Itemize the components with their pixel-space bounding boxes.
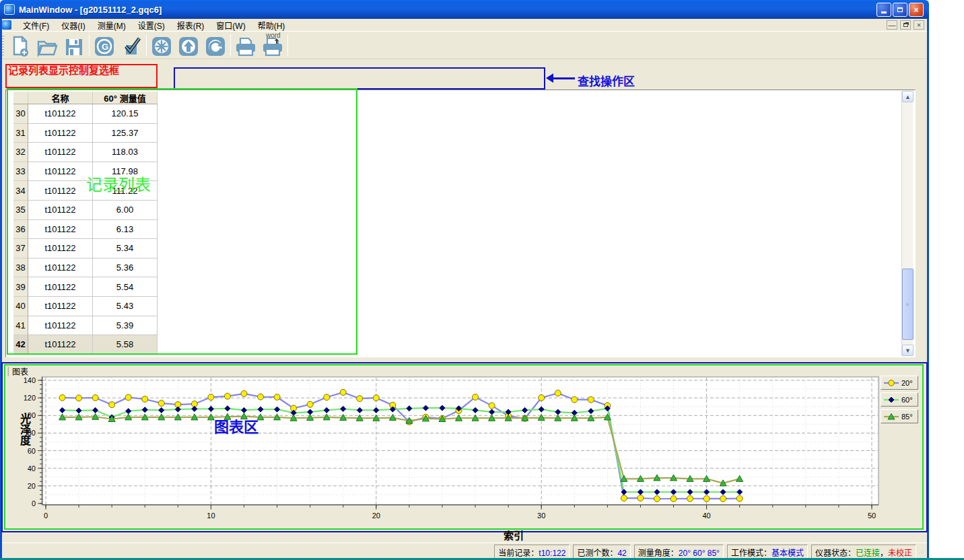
row-number[interactable]: 31 [13,124,28,143]
row-number-header [13,92,28,104]
legend-item-60deg[interactable]: 60° [881,392,918,407]
cell-name[interactable]: t101122 [28,201,93,220]
cell-value[interactable]: 118.03 [93,143,158,162]
table-row[interactable]: 35t1011226.00 [13,201,158,220]
upload-button[interactable] [175,33,202,57]
cell-value[interactable]: 5.43 [93,297,158,316]
cell-name[interactable]: t101122 [28,277,93,297]
chart-plot: 01020304050020406080100120140 [0,361,929,533]
svg-text:40: 40 [702,512,710,520]
table-row[interactable]: 38t1011225.36 [13,258,158,278]
refresh-button[interactable] [202,33,229,57]
mdi-restore-button[interactable] [900,20,911,30]
row-number[interactable]: 39 [13,277,28,297]
cell-value[interactable]: 5.36 [93,258,158,278]
legend-item-20deg[interactable]: 20° [881,376,918,390]
menu-item-0[interactable]: 文件(F) [17,18,55,32]
row-number[interactable]: 34 [13,181,28,201]
menu-item-4[interactable]: 报表(R) [171,18,211,32]
cell-name[interactable]: t101122 [28,181,93,201]
menu-item-2[interactable]: 测量(M) [92,18,132,32]
mdi-close-button[interactable]: × [914,20,924,30]
legend-marker-icon [883,396,899,404]
table-vertical-scrollbar[interactable]: ▲ ≡ ▼ [901,91,913,356]
row-number[interactable]: 32 [13,143,28,162]
scroll-up-icon[interactable]: ▲ [902,91,914,102]
logo-button[interactable]: G [91,33,118,57]
open-folder-icon [36,37,58,57]
gear-button[interactable] [148,33,175,57]
cell-name[interactable]: t101122 [28,258,93,278]
cell-value[interactable]: 125.37 [93,124,158,143]
row-number[interactable]: 35 [13,201,28,220]
table-row[interactable]: 40t1011225.43 [13,297,158,316]
cell-name[interactable]: t101122 [28,297,93,316]
table-row[interactable]: 34t101122111.22 [13,181,158,201]
cell-name[interactable]: t101122 [28,124,93,143]
cell-name[interactable]: t101122 [28,104,93,124]
menu-item-1[interactable]: 仪器(I) [55,18,91,32]
toolbar-separator [230,34,231,56]
table-row[interactable]: 32t101122118.03 [13,143,158,162]
cell-value[interactable]: 5.58 [93,335,158,355]
cell-value[interactable]: 117.98 [93,162,158,182]
menu-item-5[interactable]: 窗口(W) [210,18,251,32]
table-row[interactable]: 41t1011225.39 [13,316,158,336]
row-number[interactable]: 33 [13,162,28,182]
row-number[interactable]: 41 [13,316,28,336]
calibration-value: 未校正 [888,549,912,558]
table-row[interactable]: 33t101122117.98 [13,162,158,182]
name-column-header[interactable]: 名称 [28,92,93,104]
legend-item-85deg[interactable]: 85° [881,409,918,423]
table-row[interactable]: 39t1011225.54 [13,277,158,297]
table-row[interactable]: 37t1011225.34 [13,239,158,258]
close-button[interactable]: × [909,3,924,17]
new-file-button[interactable] [7,33,34,57]
cell-name[interactable]: t101122 [28,335,93,355]
cell-value[interactable]: 111.22 [93,181,158,201]
cell-name[interactable]: t101122 [28,162,93,182]
resize-grip[interactable]: .: [919,549,926,555]
record-table-body: 30t101122120.1531t101122125.3732t1011221… [13,104,158,355]
row-number[interactable]: 42 [13,335,28,355]
measured-count-value: 42 [617,549,626,558]
angles-value: 20° 60° 85° [679,549,720,558]
open-file-button[interactable] [34,33,61,57]
print-button[interactable] [232,33,259,57]
mdi-minimize-button[interactable]: — [887,20,897,30]
svg-text:20: 20 [28,482,36,490]
cell-value[interactable]: 6.13 [93,220,158,240]
table-row[interactable]: 36t1011226.13 [13,220,158,240]
cell-value[interactable]: 5.39 [93,316,158,336]
scroll-down-icon[interactable]: ▼ [902,345,914,356]
menu-item-3[interactable]: 设置(S) [132,18,171,32]
save-file-button[interactable] [61,33,88,57]
cell-value[interactable]: 5.34 [93,239,158,258]
cell-name[interactable]: t101122 [28,220,93,240]
minimize-button[interactable] [876,3,891,17]
row-number[interactable]: 36 [13,220,28,240]
row-number[interactable]: 37 [13,239,28,258]
menu-item-6[interactable]: 帮助(H) [252,18,291,32]
table-row[interactable]: 31t101122125.37 [13,124,158,143]
measure-button[interactable] [118,33,145,57]
maximize-button[interactable] [893,3,907,17]
row-number[interactable]: 38 [13,258,28,278]
window-right-border [927,19,929,559]
legend-marker-icon [883,379,899,387]
value-column-header[interactable]: 60° 测量值 [93,92,158,104]
cell-name[interactable]: t101122 [28,143,93,162]
cell-name[interactable]: t101122 [28,316,93,336]
table-row[interactable]: 30t101122120.15 [13,104,158,124]
export-word-button[interactable]: word [259,33,286,57]
table-row[interactable]: 42t1011225.58 [13,335,158,355]
chart-panel-caption: 图表 [12,365,28,377]
cell-value[interactable]: 6.00 [93,201,158,220]
cell-name[interactable]: t101122 [28,239,93,258]
row-number[interactable]: 30 [13,104,28,124]
record-table: 名称 60° 测量值 30t101122120.1531t101122125.3… [13,92,158,355]
row-number[interactable]: 40 [13,297,28,316]
cell-value[interactable]: 5.54 [93,277,158,297]
cell-value[interactable]: 120.15 [93,104,158,124]
scrollbar-thumb[interactable]: ≡ [902,269,914,340]
